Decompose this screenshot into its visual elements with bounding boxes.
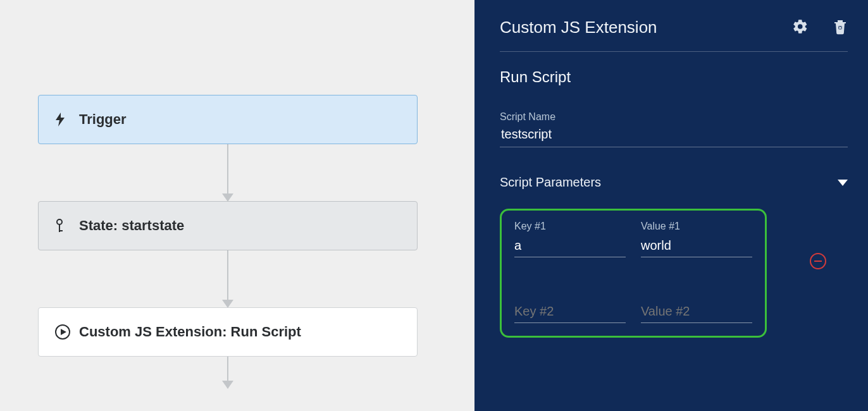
gear-icon[interactable] [792,18,809,37]
action-node-label: Custom JS Extension: Run Script [79,324,301,340]
param-row [514,302,752,323]
param-key-input[interactable] [514,236,626,257]
script-name-input[interactable] [500,126,848,147]
panel-title: Custom JS Extension [500,18,792,37]
connector-arrow [227,250,228,307]
remove-param-button[interactable] [810,253,826,269]
script-name-label: Script Name [500,111,848,123]
action-node[interactable]: Custom JS Extension: Run Script [38,307,418,357]
bolt-icon [55,113,73,126]
caret-down-icon [838,177,848,188]
panel-subtitle: Run Script [500,68,848,86]
script-parameters-highlight: Key #1 Value #1 [500,209,767,338]
param-value-field: Value #1 [641,221,752,257]
connector-arrow [227,144,228,201]
svg-rect-2 [59,230,63,231]
script-parameters-label: Script Parameters [500,175,838,190]
key-icon [55,219,73,233]
state-node[interactable]: State: startstate [38,201,418,250]
param-row: Key #1 Value #1 [514,221,752,257]
trigger-node[interactable]: Trigger [38,95,418,144]
workflow-canvas[interactable]: Trigger State: startstate [0,0,474,411]
param-value-label: Value #1 [641,221,752,232]
param-value-input[interactable] [641,302,752,323]
script-name-field: Script Name [500,111,848,147]
param-key-field: Key #1 [514,221,626,257]
svg-point-0 [57,219,62,224]
param-value-input[interactable] [641,236,752,257]
arrow-down-icon [222,381,233,389]
minus-icon [814,261,822,262]
panel-header-actions [792,18,848,37]
param-gap [514,257,752,302]
app-root: Trigger State: startstate [0,0,868,411]
param-key-label: Key #1 [514,221,626,232]
flow-column: Trigger State: startstate [38,95,418,388]
play-circle-icon [55,324,73,340]
panel-header: Custom JS Extension [500,18,848,52]
param-key-input[interactable] [514,302,626,323]
trigger-node-label: Trigger [79,111,127,128]
script-parameters-section-header[interactable]: Script Parameters [500,175,848,190]
state-node-label: State: startstate [79,218,184,234]
properties-panel: Custom JS Extension [474,0,868,411]
connector-arrow [227,357,228,388]
trash-icon[interactable] [833,18,848,37]
